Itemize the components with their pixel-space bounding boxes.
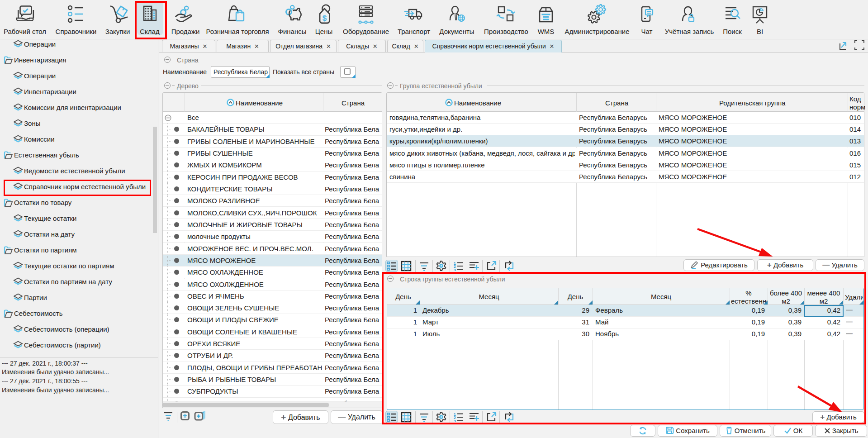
svg-text:3: 3 xyxy=(454,268,456,271)
svg-text:$: $ xyxy=(323,14,327,23)
